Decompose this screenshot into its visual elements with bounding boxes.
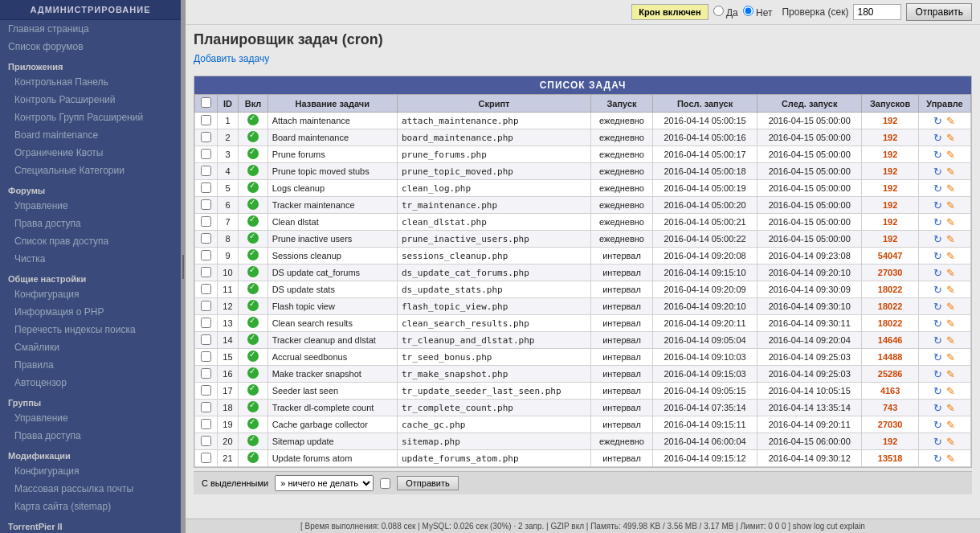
- row-checkbox[interactable]: [201, 250, 211, 260]
- sidebar-link[interactable]: Специальные Категории: [0, 162, 181, 179]
- sidebar-link[interactable]: Права доступа: [0, 427, 181, 445]
- edit-icon[interactable]: ✎: [945, 318, 957, 329]
- select-all-checkbox[interactable]: [201, 97, 211, 108]
- refresh-icon[interactable]: ↻: [933, 284, 944, 295]
- row-checkbox[interactable]: [201, 267, 211, 277]
- sidebar-link[interactable]: Ограничение Квоты: [0, 144, 181, 162]
- row-checkbox[interactable]: [201, 216, 211, 227]
- edit-icon[interactable]: ✎: [945, 351, 957, 363]
- bottom-submit-button[interactable]: Отправить: [397, 476, 459, 490]
- edit-icon[interactable]: ✎: [945, 301, 957, 312]
- sidebar-link[interactable]: Управление: [0, 197, 181, 215]
- row-checkbox[interactable]: [201, 182, 211, 193]
- refresh-icon[interactable]: ↻: [933, 166, 944, 177]
- sidebar-link[interactable]: Правила: [0, 356, 181, 374]
- send-button[interactable]: Отправить: [906, 3, 972, 21]
- refresh-icon[interactable]: ↻: [933, 267, 944, 278]
- row-checkbox[interactable]: [201, 132, 211, 142]
- edit-icon[interactable]: ✎: [945, 267, 957, 278]
- edit-icon[interactable]: ✎: [945, 453, 957, 464]
- row-id: 8: [217, 231, 239, 248]
- interval-input[interactable]: [853, 4, 901, 20]
- row-checkbox[interactable]: [201, 453, 211, 463]
- sidebar-link[interactable]: Чистка: [0, 250, 181, 268]
- refresh-icon[interactable]: ↻: [933, 250, 944, 261]
- sidebar-link[interactable]: Смайлики: [0, 338, 181, 356]
- row-checkbox[interactable]: [201, 334, 211, 345]
- row-checkbox[interactable]: [201, 301, 211, 311]
- radio-yes-input[interactable]: [713, 6, 724, 16]
- sidebar-link[interactable]: Управление: [0, 409, 181, 427]
- refresh-icon[interactable]: ↻: [933, 402, 944, 413]
- row-checkbox[interactable]: [201, 318, 211, 328]
- edit-icon[interactable]: ✎: [945, 115, 957, 126]
- row-checkbox[interactable]: [201, 233, 211, 244]
- refresh-icon[interactable]: ↻: [933, 149, 944, 160]
- edit-icon[interactable]: ✎: [945, 182, 957, 194]
- row-checkbox[interactable]: [201, 351, 211, 362]
- refresh-icon[interactable]: ↻: [933, 301, 944, 312]
- refresh-icon[interactable]: ↻: [933, 368, 944, 379]
- sidebar-link[interactable]: Автоцензор: [0, 374, 181, 392]
- refresh-icon[interactable]: ↻: [933, 436, 944, 447]
- row-checkbox[interactable]: [201, 402, 211, 412]
- sidebar-link[interactable]: Конфигурация: [0, 285, 181, 303]
- sidebar-link[interactable]: Права доступа: [0, 215, 181, 232]
- edit-icon[interactable]: ✎: [945, 132, 957, 143]
- edit-icon[interactable]: ✎: [945, 334, 957, 346]
- row-checkbox[interactable]: [201, 115, 211, 125]
- refresh-icon[interactable]: ↻: [933, 216, 944, 228]
- refresh-icon[interactable]: ↻: [933, 318, 944, 329]
- row-checkbox[interactable]: [201, 166, 211, 176]
- refresh-icon[interactable]: ↻: [933, 115, 944, 126]
- sidebar-link[interactable]: Список форумов: [0, 38, 181, 55]
- sidebar-link[interactable]: Контроль Расширений: [0, 91, 181, 109]
- edit-icon[interactable]: ✎: [945, 149, 957, 160]
- action-select[interactable]: » ничего не делать: [275, 475, 374, 491]
- sidebar-link[interactable]: Контроль Групп Расширений: [0, 109, 181, 126]
- row-checkbox[interactable]: [201, 284, 211, 294]
- sidebar-link[interactable]: Массовая рассылка почты: [0, 480, 181, 498]
- edit-icon[interactable]: ✎: [945, 199, 957, 211]
- edit-icon[interactable]: ✎: [945, 436, 957, 447]
- refresh-icon[interactable]: ↻: [933, 453, 944, 464]
- edit-icon[interactable]: ✎: [945, 402, 957, 413]
- row-checkbox[interactable]: [201, 368, 211, 379]
- edit-icon[interactable]: ✎: [945, 284, 957, 295]
- edit-icon[interactable]: ✎: [945, 166, 957, 177]
- edit-icon[interactable]: ✎: [945, 385, 957, 396]
- edit-icon[interactable]: ✎: [945, 250, 957, 261]
- row-checkbox[interactable]: [201, 436, 211, 446]
- sidebar-link[interactable]: Board maintenance: [0, 126, 181, 144]
- refresh-icon[interactable]: ↻: [933, 233, 944, 244]
- sidebar-link[interactable]: Конфигурация: [0, 462, 181, 480]
- sidebar-link[interactable]: Перечесть индексы поиска: [0, 321, 181, 338]
- radio-no-input[interactable]: [743, 6, 753, 16]
- edit-icon[interactable]: ✎: [945, 419, 957, 430]
- radio-no-label[interactable]: Нет: [743, 6, 773, 18]
- sidebar-link[interactable]: Информация о PHP: [0, 303, 181, 321]
- row-checkbox[interactable]: [201, 149, 211, 159]
- sidebar-link[interactable]: Контрольная Панель: [0, 73, 181, 91]
- cron-enabled-button[interactable]: Крон включен: [631, 4, 708, 20]
- row-checkbox[interactable]: [201, 199, 211, 210]
- row-checkbox[interactable]: [201, 419, 211, 429]
- radio-yes-label[interactable]: Да: [713, 6, 738, 18]
- row-checkbox[interactable]: [201, 385, 211, 396]
- sidebar-link[interactable]: Список прав доступа: [0, 232, 181, 250]
- edit-icon[interactable]: ✎: [945, 233, 957, 244]
- refresh-icon[interactable]: ↻: [933, 199, 944, 211]
- action-checkbox[interactable]: [380, 478, 390, 489]
- refresh-icon[interactable]: ↻: [933, 132, 944, 143]
- refresh-icon[interactable]: ↻: [933, 385, 944, 396]
- sidebar-link[interactable]: Главная страница: [0, 20, 181, 38]
- sidebar-link[interactable]: Карта сайта (sitemap): [0, 498, 181, 515]
- refresh-icon[interactable]: ↻: [933, 419, 944, 430]
- edit-icon[interactable]: ✎: [945, 216, 957, 228]
- refresh-icon[interactable]: ↻: [933, 334, 944, 346]
- edit-icon[interactable]: ✎: [945, 368, 957, 379]
- refresh-icon[interactable]: ↻: [933, 182, 944, 194]
- add-task-link[interactable]: Добавить задачу: [194, 53, 269, 64]
- refresh-icon[interactable]: ↻: [933, 351, 944, 363]
- row-last-launch: 2016-04-14 06:00:04: [653, 433, 757, 450]
